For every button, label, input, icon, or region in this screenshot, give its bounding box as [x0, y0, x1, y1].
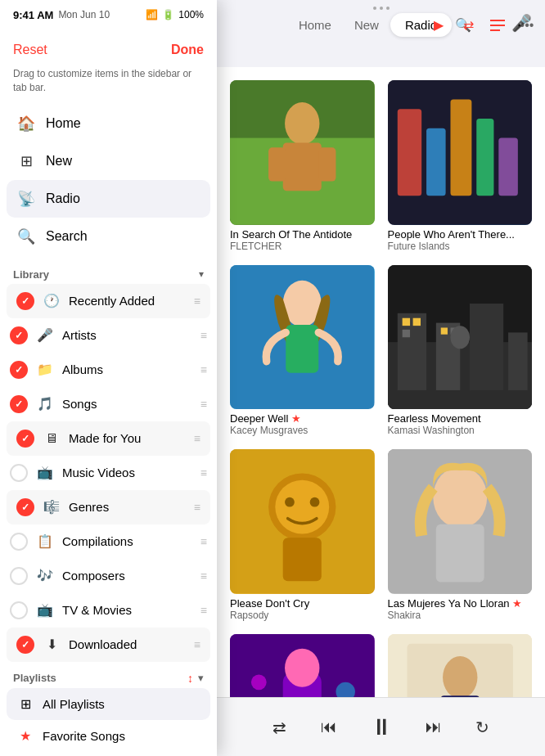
artists-icon: 🎤 [36, 327, 54, 343]
made-for-you-label: Made for You [69, 431, 186, 445]
sidebar-item-radio-label: Radio [46, 191, 80, 206]
library-item-music-videos[interactable]: 📺 Music Videos ≡ [0, 456, 217, 490]
playlists-chevron-icon[interactable]: ▾ [198, 672, 204, 684]
playlists-header: Playlists ↕ ▾ [0, 665, 217, 688]
new-icon: ⊞ [16, 152, 36, 170]
library-chevron-icon[interactable]: ▾ [199, 268, 204, 280]
svg-point-33 [285, 497, 295, 507]
sidebar-reset-button[interactable]: Reset [13, 43, 47, 57]
album-cover [388, 449, 533, 594]
svg-point-47 [443, 656, 477, 697]
sidebar-item-new[interactable]: ⊞ New [7, 142, 210, 180]
drag-handle: ≡ [194, 638, 200, 651]
svg-point-5 [285, 102, 319, 145]
library-section-header: Library ▾ [0, 262, 217, 284]
artists-label: Artists [62, 328, 192, 342]
album-grid: In Search Of The Antidote FLETCHER [217, 67, 545, 697]
sidebar-item-radio[interactable]: 📡 Radio [7, 180, 210, 218]
genres-icon: 🎼 [43, 499, 61, 515]
library-item-albums[interactable]: 📁 Albums ≡ [0, 353, 217, 387]
recently-added-checkbox[interactable] [16, 292, 34, 310]
np-next-button[interactable]: ⏭ [419, 713, 448, 742]
composers-checkbox[interactable] [10, 567, 28, 585]
playlists-sort-icon[interactable]: ↕ [187, 672, 193, 685]
album-title: In Search Of The Antidote [230, 228, 375, 241]
album-artist: Kacey Musgraves [230, 425, 375, 436]
downloaded-checkbox[interactable] [16, 636, 34, 654]
sidebar-done-button[interactable]: Done [171, 43, 204, 57]
favorite-songs-label: Favorite Songs [43, 729, 200, 743]
genres-label: Genres [69, 500, 186, 514]
library-item-tv-movies[interactable]: 📺 TV & Movies ≡ [0, 593, 217, 628]
shuffle-button[interactable]: ⇄ [457, 14, 480, 37]
library-item-genres[interactable]: 🎼 Genres ≡ [7, 490, 210, 524]
svg-rect-25 [412, 317, 420, 325]
compilations-icon: 📋 [36, 533, 54, 549]
playlist-item-all[interactable]: ⊞ All Playlists [7, 688, 210, 720]
tab-new[interactable]: New [343, 13, 390, 37]
albums-checkbox[interactable] [10, 361, 28, 379]
songs-checkbox[interactable] [10, 395, 28, 413]
compilations-checkbox[interactable] [10, 533, 28, 551]
album-item[interactable]: Deeper Well ★ Kacey Musgraves [230, 265, 375, 437]
album-item[interactable]: People Who Aren't There... Future Island… [388, 80, 533, 252]
queue-button[interactable] [486, 14, 509, 37]
playlist-item-family[interactable]: 📁 Family Music ▾ [7, 752, 210, 756]
album-item[interactable]: att. (Apple Music Edition) ★ Young Miko [230, 634, 375, 698]
album-item[interactable]: Las Mujeres Ya No Lloran ★ Shakira [388, 449, 533, 621]
music-videos-checkbox[interactable] [10, 464, 28, 482]
tv-movies-checkbox[interactable] [10, 601, 28, 619]
mic-icon[interactable]: 🎤 [511, 13, 532, 33]
library-item-made-for-you[interactable]: 🖥 Made for You ≡ [7, 421, 210, 456]
svg-point-42 [285, 648, 319, 686]
svg-rect-26 [402, 329, 409, 336]
svg-rect-22 [470, 304, 503, 390]
svg-rect-14 [498, 138, 518, 196]
genres-checkbox[interactable] [16, 498, 34, 516]
library-item-recently-added[interactable]: 🕐 Recently Added ≡ [7, 284, 210, 318]
drag-handle: ≡ [200, 569, 207, 583]
album-cover [230, 634, 375, 698]
composers-icon: 🎶 [36, 568, 54, 583]
playlist-item-favorite[interactable]: ★ Favorite Songs [7, 720, 210, 752]
np-prev-button[interactable]: ⏮ [314, 713, 344, 742]
made-for-you-checkbox[interactable] [16, 430, 34, 448]
artists-checkbox[interactable] [10, 326, 28, 344]
search-nav-icon: 🔍 [16, 227, 36, 245]
svg-rect-35 [283, 538, 322, 581]
favorite-songs-icon: ★ [16, 728, 34, 744]
album-item[interactable]: Fearless Movement Kamasi Washington [388, 265, 533, 437]
library-item-songs[interactable]: 🎵 Songs ≡ [0, 387, 217, 421]
compilations-label: Compilations [62, 534, 192, 548]
drag-handle: ≡ [200, 604, 207, 617]
sidebar-item-search[interactable]: 🔍 Search [7, 218, 210, 255]
album-cover [388, 80, 533, 225]
album-item[interactable]: In Search Of The Antidote FLETCHER [230, 80, 375, 252]
svg-rect-17 [286, 324, 318, 372]
album-cover [388, 265, 533, 410]
play-button[interactable]: ▶ [427, 14, 450, 37]
album-item[interactable]: Yunchan Lim Chopin: Études, Op. 10 &... … [388, 634, 533, 698]
np-shuffle-button[interactable]: ⇄ [265, 713, 295, 742]
album-artist: Kamasi Washington [388, 425, 533, 436]
library-item-artists[interactable]: 🎤 Artists ≡ [0, 318, 217, 353]
library-item-compilations[interactable]: 📋 Compilations ≡ [0, 524, 217, 559]
album-title: People Who Aren't There... [388, 228, 533, 241]
downloaded-label: Downloaded [69, 637, 186, 651]
sidebar-item-home[interactable]: 🏠 Home [7, 105, 210, 142]
tab-home[interactable]: Home [287, 13, 343, 37]
svg-rect-27 [440, 327, 447, 334]
np-pause-button[interactable]: ⏸ [363, 709, 399, 745]
library-item-composers[interactable]: 🎶 Composers ≡ [0, 559, 217, 593]
album-cover [230, 80, 375, 225]
np-repeat-button[interactable]: ↻ [468, 713, 498, 742]
battery-icon: 🔋 [162, 9, 174, 20]
made-for-you-icon: 🖥 [43, 431, 61, 446]
sidebar-item-new-label: New [46, 154, 72, 169]
tv-movies-label: TV & Movies [62, 603, 192, 617]
library-item-downloaded[interactable]: ⬇ Downloaded ≡ [7, 628, 210, 662]
svg-rect-12 [450, 100, 471, 196]
album-item[interactable]: Please Don't Cry Rapsody [230, 449, 375, 621]
albums-label: Albums [62, 362, 192, 376]
nav-dots [373, 7, 390, 10]
